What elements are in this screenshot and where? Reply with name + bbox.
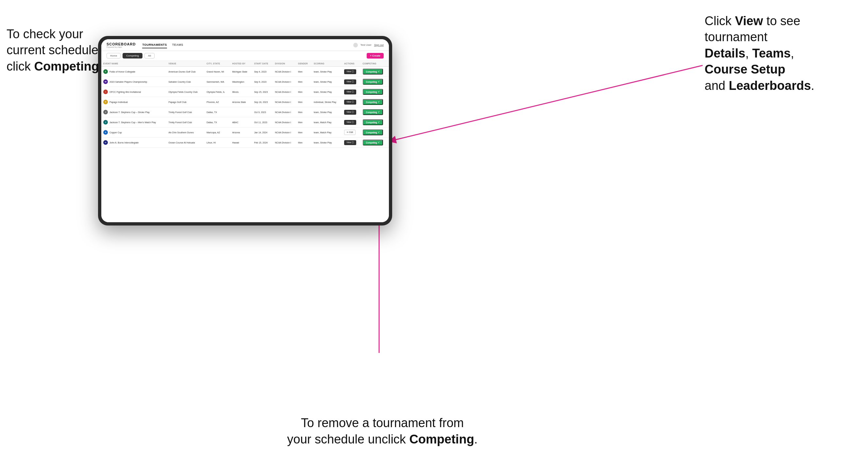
- scoring-cell: team, Match Play: [312, 117, 342, 127]
- nav-teams[interactable]: TEAMS: [172, 42, 183, 49]
- sign-out-link[interactable]: Sign out: [374, 43, 384, 46]
- hosted-by-cell: ABAC: [230, 117, 252, 127]
- competing-badge[interactable]: Competing ✓: [363, 69, 383, 74]
- competing-badge[interactable]: Competing ✓: [363, 139, 383, 146]
- edit-button[interactable]: ✏ Edit: [344, 130, 355, 135]
- col-hosted-by: HOSTED BY: [230, 61, 252, 67]
- competing-cell: Competing ✓: [361, 127, 389, 137]
- venue-cell: Olympia Fields Country Club: [167, 87, 205, 97]
- start-date-cell: Sep 4, 2023: [252, 67, 273, 77]
- event-name: Copper Cup: [110, 131, 122, 134]
- team-logo: J: [103, 120, 108, 125]
- gender-cell: Men: [296, 107, 312, 117]
- competing-cell: Competing ✓: [361, 137, 389, 148]
- nav-tournaments[interactable]: TOURNAMENTS: [142, 42, 167, 49]
- view-button[interactable]: View ⓘ: [344, 100, 356, 104]
- table-row: P Papago Individual Papago Golf ClubPhoe…: [101, 97, 389, 107]
- start-date-cell: Oct 9, 2023: [252, 107, 273, 117]
- competing-cell: Competing ✓: [361, 87, 389, 97]
- tournament-table: EVENT NAME VENUE CITY, STATE HOSTED BY S…: [101, 61, 389, 148]
- hosted-by-cell: Illinois: [230, 87, 252, 97]
- scoring-cell: team, Stroke Play: [312, 77, 342, 87]
- hosted-by-cell: Michigan State: [230, 67, 252, 77]
- division-cell: NCAA Division I: [273, 97, 296, 107]
- event-name-cell: J Jackson T. Stephens Cup – Stroke Play: [101, 107, 167, 117]
- team-logo: W: [103, 80, 108, 84]
- venue-cell: Trinity Forest Golf Club: [167, 107, 205, 117]
- view-button[interactable]: View ⓘ: [344, 69, 356, 74]
- city-state-cell: Dallas, TX: [205, 117, 230, 127]
- city-state-cell: Lihue, HI: [205, 137, 230, 148]
- create-button[interactable]: + Create: [367, 53, 384, 59]
- venue-cell: Papago Golf Club: [167, 97, 205, 107]
- view-button[interactable]: View ⓘ: [344, 80, 356, 84]
- team-logo: F: [103, 69, 108, 74]
- filter-all-btn[interactable]: All: [145, 53, 155, 59]
- col-division: DIVISION: [273, 61, 296, 67]
- city-state-cell: Phoenix, AZ: [205, 97, 230, 107]
- brand-sub: Powered by clippi: [106, 46, 135, 48]
- table-row: J Jackson T. Stephens Cup – Stroke Play …: [101, 107, 389, 117]
- gender-cell: Men: [296, 87, 312, 97]
- competing-badge[interactable]: Competing ✓: [363, 99, 383, 105]
- table-row: F Folds of Honor Collegiate American Dun…: [101, 67, 389, 77]
- hosted-by-cell: Washington: [230, 77, 252, 87]
- view-button[interactable]: View ⓘ: [344, 110, 356, 115]
- competing-badge[interactable]: Competing ✓: [363, 79, 383, 85]
- action-cell: View ⓘ: [342, 137, 361, 148]
- col-actions: ACTIONS: [342, 61, 361, 67]
- competing-badge[interactable]: Competing ✓: [363, 119, 383, 125]
- city-state-cell: Grand Haven, MI: [205, 67, 230, 77]
- venue-cell: Sahalee Country Club: [167, 77, 205, 87]
- action-cell: ✏ Edit: [342, 127, 361, 137]
- team-logo: I: [103, 90, 108, 94]
- division-cell: NCAA Division I: [273, 127, 296, 137]
- user-icon: [353, 43, 358, 48]
- event-name-cell: H John A. Burns Intercollegiate: [101, 137, 167, 148]
- competing-badge[interactable]: Competing ✓: [363, 89, 383, 95]
- col-event-name: EVENT NAME: [101, 61, 167, 67]
- view-button[interactable]: View ⓘ: [344, 120, 356, 125]
- table-row: W 2023 Sahalee Players Championship Saha…: [101, 77, 389, 87]
- view-button[interactable]: View ⓘ: [344, 90, 356, 94]
- competing-cell: Competing ✓: [361, 117, 389, 127]
- table-row: A Copper Cup Ak-Chin Southern DunesMaric…: [101, 127, 389, 137]
- event-name-cell: P Papago Individual: [101, 97, 167, 107]
- annotation-bottom: To remove a tournament from your schedul…: [268, 415, 497, 447]
- filter-home-btn[interactable]: Home: [106, 53, 121, 59]
- venue-cell: Ak-Chin Southern Dunes: [167, 127, 205, 137]
- scoring-cell: team, Stroke Play: [312, 67, 342, 77]
- gender-cell: Men: [296, 77, 312, 87]
- scoring-cell: team, Stroke Play: [312, 107, 342, 117]
- start-date-cell: Oct 11, 2023: [252, 117, 273, 127]
- nav-bar: SCOREBOARD Powered by clippi TOURNAMENTS…: [101, 39, 389, 51]
- hosted-by-cell: Arizona: [230, 127, 252, 137]
- col-city-state: CITY, STATE: [205, 61, 230, 67]
- table-header-row: EVENT NAME VENUE CITY, STATE HOSTED BY S…: [101, 61, 389, 67]
- event-name: John A. Burns Intercollegiate: [110, 142, 138, 144]
- competing-cell: Competing ✓: [361, 107, 389, 117]
- event-name-cell: J Jackson T. Stephens Cup – Men's Match …: [101, 117, 167, 127]
- team-logo: H: [103, 140, 108, 145]
- action-cell: View ⓘ: [342, 87, 361, 97]
- city-state-cell: Sammamish, WA: [205, 77, 230, 87]
- venue-cell: American Dunes Golf Club: [167, 67, 205, 77]
- division-cell: NCAA Division I: [273, 117, 296, 127]
- table-body: F Folds of Honor Collegiate American Dun…: [101, 67, 389, 148]
- scoring-cell: individual, Stroke Play: [312, 97, 342, 107]
- filter-competing-btn[interactable]: Competing: [123, 53, 143, 59]
- event-name: OFCC Fighting Illini Invitational: [110, 91, 141, 93]
- svg-line-1: [392, 65, 703, 141]
- competing-badge[interactable]: Competing ✓: [363, 129, 383, 135]
- venue-cell: Trinity Forest Golf Club: [167, 117, 205, 127]
- division-cell: NCAA Division I: [273, 87, 296, 97]
- competing-badge[interactable]: Competing ✓: [363, 109, 383, 115]
- filter-bar: Home Competing All + Create: [101, 51, 389, 61]
- event-name-cell: F Folds of Honor Collegiate: [101, 67, 167, 77]
- event-name: Jackson T. Stephens Cup – Stroke Play: [110, 111, 150, 114]
- view-button[interactable]: View ⓘ: [344, 140, 356, 145]
- user-name: Test User: [361, 43, 372, 46]
- division-cell: NCAA Division I: [273, 107, 296, 117]
- start-date-cell: Jan 14, 2024: [252, 127, 273, 137]
- city-state-cell: Dallas, TX: [205, 107, 230, 117]
